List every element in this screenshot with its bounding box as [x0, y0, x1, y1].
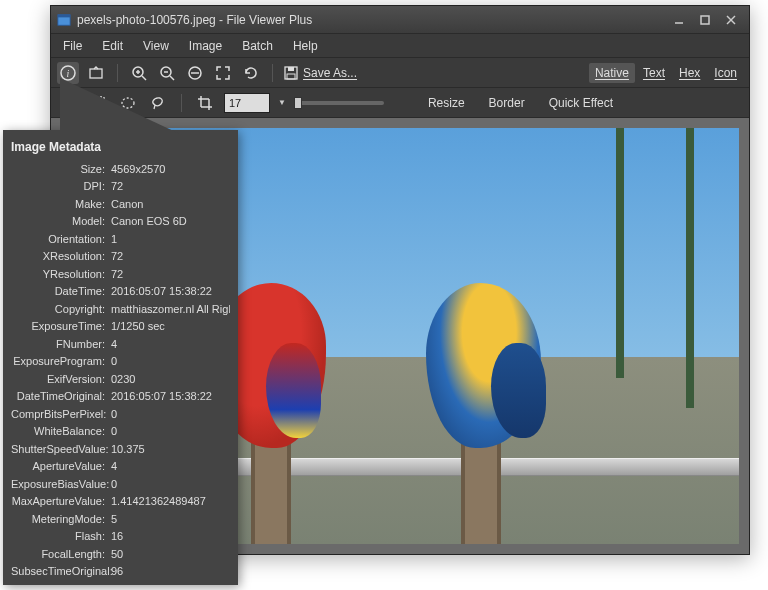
metadata-row: Make:Canon [11, 195, 230, 213]
callout-pointer [60, 78, 180, 134]
metadata-value: Canon EOS 6D [111, 215, 230, 227]
metadata-row: ExposureProgram:0 [11, 353, 230, 371]
refresh-icon[interactable] [240, 62, 262, 84]
slider-thumb[interactable] [294, 97, 302, 109]
metadata-key: ExposureBiasValue: [11, 478, 111, 490]
metadata-value: 0 [111, 425, 230, 437]
metadata-panel: Image Metadata Size:4569x2570DPI:72Make:… [3, 130, 238, 585]
metadata-value: 4 [111, 460, 230, 472]
viewmode-text[interactable]: Text [637, 63, 671, 83]
menu-batch[interactable]: Batch [234, 36, 281, 56]
metadata-key: MaxApertureValue: [11, 495, 111, 507]
menu-image[interactable]: Image [181, 36, 230, 56]
metadata-row: FocalLength:50 [11, 545, 230, 563]
metadata-key: Flash: [11, 530, 111, 542]
metadata-key: SubsecTimeOriginal: [11, 565, 111, 577]
zoom-fit-icon[interactable] [184, 62, 206, 84]
metadata-row: Copyright:matthiaszomer.nl All Rights Re… [11, 300, 230, 318]
metadata-key: ExifVersion: [11, 373, 111, 385]
menubar: FileEditViewImageBatchHelp [51, 34, 749, 58]
metadata-row: WhiteBalance:0 [11, 423, 230, 441]
border-button[interactable]: Border [481, 93, 533, 113]
metadata-value: 1/1250 sec [111, 320, 230, 332]
quick-effect-button[interactable]: Quick Effect [541, 93, 621, 113]
metadata-key: ComprBitsPerPixel: [11, 408, 111, 420]
metadata-key: DPI: [11, 180, 111, 192]
metadata-row: DPI:72 [11, 178, 230, 196]
metadata-key: Model: [11, 215, 111, 227]
separator [272, 64, 273, 82]
crop-icon[interactable] [194, 92, 216, 114]
window-controls [667, 11, 743, 29]
svg-rect-20 [287, 74, 295, 79]
fullscreen-icon[interactable] [212, 62, 234, 84]
viewmode-icon[interactable]: Icon [708, 63, 743, 83]
metadata-row: ExposureBiasValue:0 [11, 475, 230, 493]
metadata-row: DateTime:2016:05:07 15:38:22 [11, 283, 230, 301]
viewmode-native[interactable]: Native [589, 63, 635, 83]
metadata-value: Canon [111, 198, 230, 210]
viewmode-hex[interactable]: Hex [673, 63, 706, 83]
menu-help[interactable]: Help [285, 36, 326, 56]
metadata-value: 0230 [111, 373, 230, 385]
metadata-row: ApertureValue:4 [11, 458, 230, 476]
metadata-value: 10.375 [111, 443, 230, 455]
metadata-key: Orientation: [11, 233, 111, 245]
metadata-value: 72 [111, 250, 230, 262]
titlebar: pexels-photo-100576.jpeg - File Viewer P… [51, 6, 749, 34]
metadata-row: Orientation:1 [11, 230, 230, 248]
metadata-value: 50 [111, 548, 230, 560]
maximize-button[interactable] [693, 11, 717, 29]
metadata-row: SubsecTimeOriginal:96 [11, 563, 230, 581]
metadata-row: FNumber:4 [11, 335, 230, 353]
metadata-key: DateTime: [11, 285, 111, 297]
svg-rect-8 [90, 69, 102, 78]
menu-view[interactable]: View [135, 36, 177, 56]
metadata-key: DateTimeOriginal: [11, 390, 111, 402]
save-as-button[interactable]: Save As... [283, 65, 357, 81]
metadata-value: matthiaszomer.nl All Rights Res [111, 303, 230, 315]
metadata-row: Flash:16 [11, 528, 230, 546]
metadata-value: 16 [111, 530, 230, 542]
metadata-key: FocalLength: [11, 548, 111, 560]
viewmode-tabs: NativeTextHexIcon [589, 63, 743, 83]
metadata-row: YResolution:72 [11, 265, 230, 283]
blue-parrot [426, 283, 541, 448]
metadata-row: Size:4569x2570 [11, 160, 230, 178]
metadata-row: MeteringMode:5 [11, 510, 230, 528]
metadata-value: 2016:05:07 15:38:22 [111, 390, 230, 402]
metadata-value: 0 [111, 478, 230, 490]
metadata-key: ApertureValue: [11, 460, 111, 472]
metadata-value: 96 [111, 565, 230, 577]
metadata-key: WhiteBalance: [11, 425, 111, 437]
metadata-key: MeteringMode: [11, 513, 111, 525]
menu-file[interactable]: File [55, 36, 90, 56]
app-icon [57, 13, 71, 27]
metadata-value: 1 [111, 233, 230, 245]
metadata-key: ExposureTime: [11, 320, 111, 332]
metadata-row: ShutterSpeedValue:10.375 [11, 440, 230, 458]
metadata-value: 2016:05:07 15:38:22 [111, 285, 230, 297]
zoom-slider[interactable] [294, 101, 384, 105]
zoom-dropdown-icon[interactable]: ▼ [278, 98, 286, 107]
metadata-key: FNumber: [11, 338, 111, 350]
save-as-label: Save As... [303, 66, 357, 80]
metadata-value: 0 [111, 355, 230, 367]
close-button[interactable] [719, 11, 743, 29]
metadata-row: ExifVersion:0230 [11, 370, 230, 388]
metadata-key: ShutterSpeedValue: [11, 443, 111, 455]
metadata-key: XResolution: [11, 250, 111, 262]
metadata-value: 5 [111, 513, 230, 525]
minimize-button[interactable] [667, 11, 691, 29]
metadata-row: MaxApertureValue:1.41421362489487 [11, 493, 230, 511]
metadata-row: ExposureTime:1/1250 sec [11, 318, 230, 336]
svg-rect-19 [288, 67, 294, 71]
menu-edit[interactable]: Edit [94, 36, 131, 56]
zoom-input[interactable] [224, 93, 270, 113]
svg-rect-1 [58, 14, 70, 17]
metadata-value: 72 [111, 268, 230, 280]
metadata-title: Image Metadata [11, 140, 230, 154]
resize-button[interactable]: Resize [420, 93, 473, 113]
metadata-key: ExposureProgram: [11, 355, 111, 367]
metadata-value: 1.41421362489487 [111, 495, 230, 507]
